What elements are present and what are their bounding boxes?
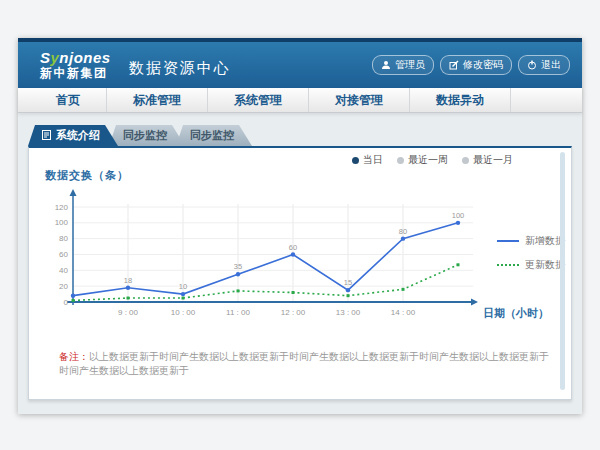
tab-sync-monitor-1[interactable]: 同步监控 xyxy=(109,125,185,146)
tab-system-intro[interactable]: 系统介绍 xyxy=(28,125,118,146)
range-option-last-month[interactable]: 最近一月 xyxy=(462,153,513,167)
logo-subtitle: 新中新集团 xyxy=(40,67,111,80)
change-password-button[interactable]: 修改密码 xyxy=(440,55,512,75)
range-option-last-week[interactable]: 最近一周 xyxy=(397,153,448,167)
app-window: Synjones 新中新集团 数据资源中心 管理员 修改密码 xyxy=(18,38,582,414)
panel-scrollbar[interactable] xyxy=(560,152,565,390)
current-user-button[interactable]: 管理员 xyxy=(372,55,434,75)
x-axis-title: 日期（小时） xyxy=(483,306,549,321)
page-title: 数据资源中心 xyxy=(129,53,231,78)
range-label: 最近一周 xyxy=(408,153,448,167)
svg-text:14 : 00: 14 : 00 xyxy=(391,308,416,317)
nav-item-data-change[interactable]: 数据异动 xyxy=(410,88,511,112)
svg-text:13 : 00: 13 : 00 xyxy=(336,308,361,317)
data-point-label: 15 xyxy=(344,278,352,287)
logout-icon xyxy=(527,60,537,70)
footnote-label: 备注： xyxy=(59,351,89,362)
user-label: 管理员 xyxy=(395,58,425,72)
chart-grid xyxy=(73,204,473,302)
data-point-label: 60 xyxy=(289,243,297,252)
tab-bar: 系统介绍 同步监控 同步监控 xyxy=(28,125,252,146)
chart-legend: 新增数据 更新数据 xyxy=(497,234,565,272)
svg-text:100: 100 xyxy=(55,218,69,227)
company-logo[interactable]: Synjones 新中新集团 xyxy=(40,50,111,80)
data-point xyxy=(182,297,185,300)
data-point xyxy=(401,236,405,240)
legend-label: 更新数据 xyxy=(525,258,565,272)
data-point-label: 100 xyxy=(452,211,465,220)
data-point-label: 18 xyxy=(124,276,132,285)
radio-dot-icon xyxy=(352,157,359,164)
footnote: 备注：以上数据更新于时间产生数据以上数据更新于时间产生数据以上数据更新于时间产生… xyxy=(59,350,549,378)
svg-text:0: 0 xyxy=(64,298,69,307)
dotted-line-swatch-icon xyxy=(497,264,519,266)
edit-icon xyxy=(449,60,459,70)
tab-label: 同步监控 xyxy=(190,128,234,143)
range-label: 最近一月 xyxy=(473,153,513,167)
data-point xyxy=(126,286,130,290)
svg-text:120: 120 xyxy=(55,203,69,212)
data-point xyxy=(347,294,350,297)
desktop-background: Synjones 新中新集团 数据资源中心 管理员 修改密码 xyxy=(0,0,600,450)
chart-panel: 当日 最近一周 最近一月 数据交换（条） 0204060801001209 : … xyxy=(28,146,572,400)
chart-tick-labels: 0204060801001209 : 0010 : 0011 : 0012 : … xyxy=(55,203,416,318)
data-point xyxy=(72,299,75,302)
data-point xyxy=(291,252,295,256)
nav-item-standard-mgmt[interactable]: 标准管理 xyxy=(107,88,208,112)
tab-sync-monitor-2[interactable]: 同步监控 xyxy=(176,125,252,146)
time-range-options: 当日 最近一周 最近一月 xyxy=(352,153,513,167)
data-point xyxy=(71,293,75,297)
legend-label: 新增数据 xyxy=(525,234,565,248)
svg-text:80: 80 xyxy=(59,234,68,243)
solid-line-swatch-icon xyxy=(497,240,519,242)
data-point xyxy=(127,297,130,300)
radio-dot-icon xyxy=(397,157,404,164)
tab-label: 系统介绍 xyxy=(56,128,100,143)
data-point-label: 80 xyxy=(399,227,407,236)
tab-label: 同步监控 xyxy=(123,128,167,143)
data-point xyxy=(236,272,240,276)
radio-dot-icon xyxy=(462,157,469,164)
logout-label: 退出 xyxy=(541,58,561,72)
svg-text:60: 60 xyxy=(59,250,68,259)
range-option-today[interactable]: 当日 xyxy=(352,153,383,167)
data-point xyxy=(237,289,240,292)
document-icon xyxy=(42,130,51,142)
svg-text:20: 20 xyxy=(59,282,68,291)
data-point xyxy=(457,263,460,266)
svg-text:10 : 00: 10 : 00 xyxy=(171,308,196,317)
y-axis-title: 数据交换（条） xyxy=(45,168,129,183)
data-point xyxy=(456,221,460,225)
logout-button[interactable]: 退出 xyxy=(518,55,570,75)
nav-item-home[interactable]: 首页 xyxy=(30,88,107,112)
user-icon xyxy=(381,60,391,70)
logo-wordmark: Synjones xyxy=(40,50,111,67)
svg-text:9 : 00: 9 : 00 xyxy=(118,308,139,317)
range-label: 当日 xyxy=(363,153,383,167)
data-point xyxy=(292,291,295,294)
data-point xyxy=(402,288,405,291)
data-point-label: 10 xyxy=(179,282,187,291)
legend-item-new-data[interactable]: 新增数据 xyxy=(497,234,565,248)
legend-item-updated-data[interactable]: 更新数据 xyxy=(497,258,565,272)
nav-item-system-mgmt[interactable]: 系统管理 xyxy=(208,88,309,112)
data-point xyxy=(181,292,185,296)
data-point-label: 35 xyxy=(234,262,242,271)
footnote-text: 以上数据更新于时间产生数据以上数据更新于时间产生数据以上数据更新于时间产生数据以… xyxy=(59,351,549,376)
change-password-label: 修改密码 xyxy=(463,58,503,72)
chart-svg: 0204060801001209 : 0010 : 0011 : 0012 : … xyxy=(31,184,511,329)
svg-text:12 : 00: 12 : 00 xyxy=(281,308,306,317)
data-point xyxy=(346,288,350,292)
nav-item-interface-mgmt[interactable]: 对接管理 xyxy=(309,88,410,112)
svg-text:11 : 00: 11 : 00 xyxy=(226,308,250,317)
user-actions: 管理员 修改密码 退出 xyxy=(372,55,570,75)
app-header: Synjones 新中新集团 数据资源中心 管理员 修改密码 xyxy=(18,42,582,88)
main-nav: 首页 标准管理 系统管理 对接管理 数据异动 xyxy=(18,88,582,113)
svg-text:40: 40 xyxy=(59,266,68,275)
